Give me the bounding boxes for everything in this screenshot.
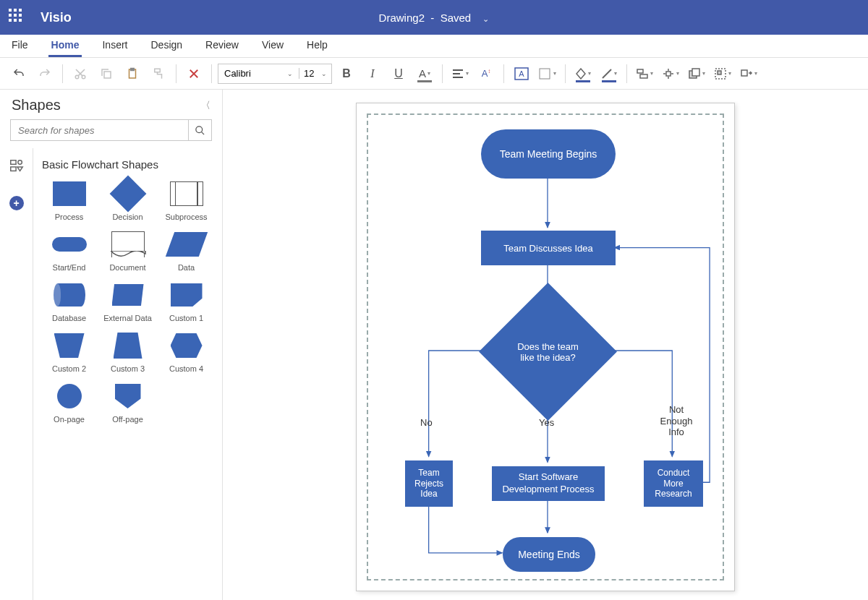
tab-insert[interactable]: Insert — [99, 35, 130, 57]
flowchart: Team Meeting Begins Team Discusses Idea … — [367, 113, 724, 580]
tab-design[interactable]: Design — [148, 35, 185, 57]
shape-on-page[interactable]: On-page — [42, 383, 96, 424]
shape-data[interactable]: Data — [159, 231, 213, 272]
bold-button[interactable]: B — [335, 62, 358, 85]
paste-button[interactable] — [121, 62, 144, 85]
collapse-sidebar-icon[interactable]: 〈 — [201, 99, 210, 112]
ribbon-tabs: File Home Insert Design Review View Help — [0, 35, 868, 58]
shape-custom-1[interactable]: Custom 1 — [159, 282, 213, 322]
svg-rect-10 — [666, 72, 671, 76]
shape-process[interactable]: Process — [42, 181, 96, 221]
font-size-value: 12 — [304, 68, 314, 79]
svg-rect-4 — [131, 68, 135, 70]
gallery-category: Basic Flowchart Shapes — [42, 158, 213, 171]
arrange-button[interactable]: ▾ — [685, 62, 708, 85]
sidebar-rail: + — [0, 148, 33, 600]
shape-database[interactable]: Database — [42, 282, 96, 322]
shape-off-page[interactable]: Off-page — [101, 383, 155, 424]
shape-external-data[interactable]: External Data — [101, 282, 155, 322]
svg-point-16 — [196, 126, 203, 132]
svg-rect-17 — [10, 160, 15, 165]
drawing-page[interactable]: Team Meeting Begins Team Discusses Idea … — [356, 103, 735, 591]
group-button[interactable]: ▾ — [711, 62, 734, 85]
shape-decision[interactable]: Decision — [101, 181, 155, 221]
edge-label-info: Not Enough Info — [656, 404, 697, 438]
font-color-button[interactable]: A▾ — [413, 62, 436, 85]
shape-gallery: Basic Flowchart Shapes Process Decision … — [33, 148, 222, 600]
fill-white-button[interactable]: ▾ — [536, 62, 559, 85]
shape-custom-2[interactable]: Custom 2 — [42, 333, 96, 373]
svg-point-0 — [75, 75, 79, 79]
chevron-down-icon[interactable]: ⌄ — [482, 14, 489, 23]
svg-rect-14 — [718, 71, 721, 74]
chevron-down-icon: ⌄ — [287, 70, 293, 77]
svg-rect-19 — [10, 167, 15, 171]
doc-name: Drawing2 — [379, 12, 425, 24]
text-options-button[interactable]: A↕ — [475, 62, 498, 85]
format-painter-button[interactable] — [147, 62, 170, 85]
tab-file[interactable]: File — [9, 35, 31, 57]
shapes-sidebar: Shapes 〈 + Basic Flowchart Shapes Proces… — [0, 90, 223, 600]
svg-rect-7 — [540, 69, 550, 79]
svg-rect-9 — [640, 74, 647, 78]
app-name: Visio — [41, 10, 72, 25]
document-title[interactable]: Drawing2 - Saved ⌄ — [379, 12, 490, 24]
svg-rect-2 — [104, 72, 111, 78]
main-area: Shapes 〈 + Basic Flowchart Shapes Proces… — [0, 90, 868, 600]
svg-text:A: A — [519, 69, 524, 78]
tab-home[interactable]: Home — [48, 35, 82, 57]
node-decision[interactable] — [479, 283, 617, 421]
shape-custom-3[interactable]: Custom 3 — [101, 333, 155, 373]
node-research[interactable]: Conduct More Research — [644, 460, 703, 507]
search-input[interactable] — [11, 120, 188, 140]
change-shape-button[interactable]: ▾ — [737, 62, 760, 85]
canvas[interactable]: Team Meeting Begins Team Discusses Idea … — [223, 90, 868, 600]
chevron-down-icon: ⌄ — [321, 70, 327, 77]
align-objects-button[interactable]: ▾ — [633, 62, 656, 85]
search-icon[interactable] — [188, 120, 211, 140]
svg-point-18 — [17, 160, 22, 165]
node-reject[interactable]: Team Rejects Idea — [405, 460, 453, 507]
position-button[interactable]: ▾ — [659, 62, 682, 85]
redo-button[interactable] — [33, 62, 56, 85]
shape-custom-4[interactable]: Custom 4 — [159, 333, 213, 373]
svg-rect-8 — [637, 69, 643, 73]
svg-point-1 — [82, 75, 85, 79]
node-discuss[interactable]: Team Discusses Idea — [481, 231, 616, 265]
shape-startend[interactable]: Start/End — [42, 231, 96, 272]
doc-status: Saved — [441, 12, 472, 24]
add-stencil-icon[interactable]: + — [9, 196, 24, 210]
copy-button[interactable] — [95, 62, 118, 85]
shape-fill-button[interactable]: ▾ — [571, 62, 595, 85]
shapes-panel-title: Shapes — [12, 97, 61, 113]
app-launcher-icon[interactable] — [9, 9, 26, 26]
svg-rect-12 — [692, 69, 699, 76]
node-end[interactable]: Meeting Ends — [503, 537, 595, 572]
node-start[interactable]: Team Meeting Begins — [481, 129, 616, 179]
underline-button[interactable]: U — [387, 62, 410, 85]
align-button[interactable]: ▾ — [448, 62, 472, 85]
shape-subprocess[interactable]: Subprocess — [159, 181, 213, 221]
shape-document[interactable]: Document — [101, 231, 155, 272]
cut-button[interactable] — [69, 62, 92, 85]
undo-button[interactable] — [7, 62, 30, 85]
font-selector[interactable]: Calibri⌄ 12⌄ — [218, 64, 332, 84]
title-bar: Visio Drawing2 - Saved ⌄ — [0, 0, 868, 35]
text-block-button[interactable]: A — [510, 62, 533, 85]
toolbar: Calibri⌄ 12⌄ B I U A▾ ▾ A↕ A ▾ ▾ ▾ ▾ ▾ ▾… — [0, 58, 868, 90]
delete-button[interactable] — [182, 62, 205, 85]
tab-review[interactable]: Review — [203, 35, 242, 57]
font-name-value: Calibri — [224, 68, 251, 79]
tab-help[interactable]: Help — [304, 35, 331, 57]
shape-search[interactable] — [10, 119, 212, 141]
italic-button[interactable]: I — [361, 62, 384, 85]
node-dev[interactable]: Start Software Development Process — [492, 466, 605, 501]
stencil-icon[interactable] — [9, 158, 25, 177]
edge-label-no: No — [420, 417, 433, 428]
edge-label-yes: Yes — [539, 417, 554, 428]
line-color-button[interactable]: ▾ — [597, 62, 621, 85]
tab-view[interactable]: View — [259, 35, 286, 57]
svg-rect-15 — [741, 70, 747, 76]
